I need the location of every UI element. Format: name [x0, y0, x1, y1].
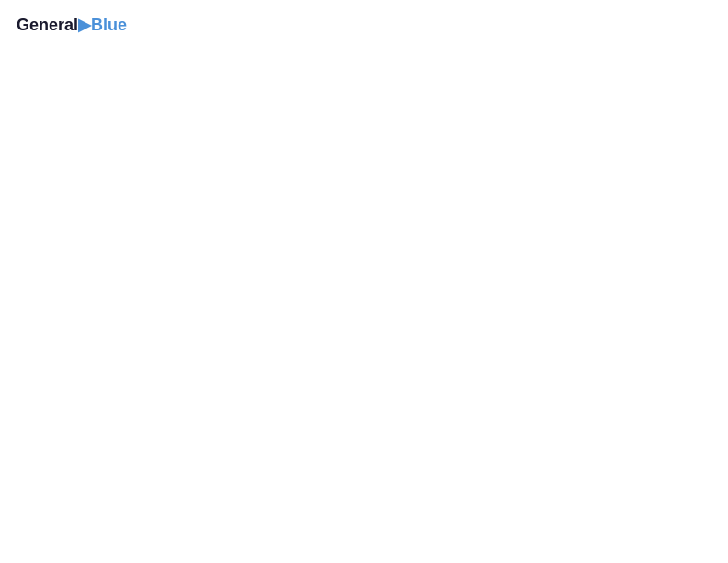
logo-text: General▶	[17, 17, 91, 35]
header: General▶ Blue	[17, 17, 711, 35]
logo-blue: Blue	[91, 17, 127, 35]
page: General▶ Blue	[0, 0, 728, 563]
logo: General▶ Blue	[17, 17, 127, 35]
